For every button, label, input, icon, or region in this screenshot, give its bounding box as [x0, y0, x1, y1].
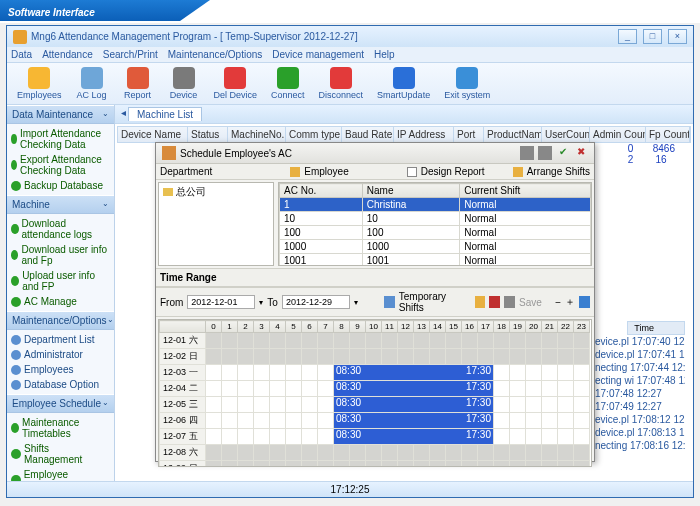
ok-icon[interactable]: ✔ [556, 146, 570, 160]
side-item[interactable]: Employees [10, 362, 111, 377]
col-header[interactable]: Status [188, 127, 228, 142]
col-header[interactable]: Baud Rate [342, 127, 394, 142]
col-header[interactable]: IP Address [394, 127, 454, 142]
side-item[interactable]: Export Attendance Checking Data [10, 152, 111, 178]
toolbar-ac-log[interactable]: AC Log [72, 66, 112, 101]
print-icon[interactable] [520, 146, 534, 160]
emp-row[interactable]: 1ChristinaNormal [280, 198, 591, 212]
col-header[interactable]: Port [454, 127, 484, 142]
app-icon [13, 30, 27, 44]
log-entry: 17:07:48 12:27 [595, 387, 685, 400]
remove-icon[interactable] [489, 296, 500, 308]
gantt-row[interactable]: 12-03 一08:3017:30 [160, 365, 590, 381]
toolbar-connect[interactable]: Connect [267, 66, 309, 101]
save-label: Save [519, 297, 542, 308]
zoom-in-icon[interactable]: ＋ [565, 295, 575, 309]
menu-data[interactable]: Data [11, 49, 32, 60]
menu-help[interactable]: Help [374, 49, 395, 60]
col-header[interactable]: Comm type [286, 127, 342, 142]
emp-row[interactable]: 100100Normal [280, 226, 591, 240]
toolbar-device[interactable]: Device [164, 66, 204, 101]
minimize-button[interactable]: _ [618, 29, 637, 44]
log-entry: necting 17:07:44 12:27 [595, 361, 685, 374]
arrange-icon [513, 167, 523, 177]
side-item[interactable]: Database Option [10, 377, 111, 392]
col-header[interactable]: ProductName [484, 127, 542, 142]
emp-row[interactable]: 10011001Normal [280, 254, 591, 267]
panel-p1[interactable]: Data Maintenance⌄ [7, 105, 114, 124]
panel-p2[interactable]: Machine⌄ [7, 195, 114, 214]
panel-p4[interactable]: Employee Schedule⌄ [7, 394, 114, 413]
col-header[interactable]: MachineNo. [228, 127, 286, 142]
col-header[interactable]: Fp Count [646, 127, 690, 142]
to-date-input[interactable] [282, 295, 350, 309]
arrange-shifts-label[interactable]: Arrange Shifts [527, 166, 590, 177]
side-item[interactable]: Shifts Management [10, 441, 111, 467]
toolbar: EmployeesAC LogReportDeviceDel DeviceCon… [7, 63, 693, 105]
gantt-row[interactable]: 12-07 五08:3017:30 [160, 429, 590, 445]
gantt-row[interactable]: 12-04 二08:3017:30 [160, 381, 590, 397]
side-item[interactable]: Administrator [10, 347, 111, 362]
save-icon[interactable] [504, 296, 515, 308]
gantt-row[interactable]: 12-09 日 [160, 461, 590, 468]
arrow-left-icon[interactable]: ◂ [121, 107, 126, 121]
tab-machine-list[interactable]: Machine List [128, 107, 202, 121]
person-icon[interactable] [475, 296, 486, 308]
menu-searchprint[interactable]: Search/Print [103, 49, 158, 60]
status-bar: 17:12:25 [7, 481, 693, 497]
window-titlebar: Mng6 Attendance Management Program - [ T… [7, 26, 693, 47]
col-header[interactable]: UserCount [542, 127, 590, 142]
emp-col[interactable]: Name [362, 184, 459, 198]
toolbar-exit-system[interactable]: Exit system [440, 66, 494, 101]
employee-table[interactable]: AC No.NameCurrent Shift1ChristinaNormal1… [278, 182, 592, 266]
emp-row[interactable]: 10001000Normal [280, 240, 591, 254]
department-tree[interactable]: 总公司 [158, 182, 274, 266]
menu-maintenanceoptions[interactable]: Maintenance/Options [168, 49, 263, 60]
temp-icon [384, 296, 395, 308]
window-title: Mng6 Attendance Management Program - [ T… [31, 31, 358, 42]
design-report-checkbox[interactable] [407, 167, 417, 177]
close-button[interactable]: × [668, 29, 687, 44]
emp-row[interactable]: 1010Normal [280, 212, 591, 226]
toolbar-del-device[interactable]: Del Device [210, 66, 262, 101]
design-report-label: Design Report [421, 166, 485, 177]
log-entry: device.pl 17:07:41 12:27 [595, 348, 685, 361]
toolbar-smartupdate[interactable]: SmartUpdate [373, 66, 434, 101]
side-item[interactable]: Backup Database [10, 178, 111, 193]
side-item[interactable]: Department List [10, 332, 111, 347]
gantt-row[interactable]: 12-06 四08:3017:30 [160, 413, 590, 429]
employee-icon [290, 167, 300, 177]
panel-p3[interactable]: Maintenance/Options⌄ [7, 311, 114, 330]
toolbar-report[interactable]: Report [118, 66, 158, 101]
side-item[interactable]: Download user info and Fp [10, 242, 111, 268]
menu-attendance[interactable]: Attendance [42, 49, 93, 60]
emp-col[interactable]: Current Shift [460, 184, 591, 198]
banner-title: Software Interface [8, 7, 95, 18]
log-entry: device.pl 17:08:13 12:27 [595, 426, 685, 439]
log-entry: 17:07:49 12:27 [595, 400, 685, 413]
gantt-row[interactable]: 12-08 六 [160, 445, 590, 461]
gantt-row[interactable]: 12-02 日 [160, 349, 590, 365]
side-item[interactable]: Upload user info and FP [10, 268, 111, 294]
side-item[interactable]: Import Attendance Checking Data [10, 126, 111, 152]
toolbar-disconnect[interactable]: Disconnect [315, 66, 368, 101]
col-header[interactable]: Admin Count [590, 127, 646, 142]
from-label: From [160, 297, 183, 308]
maximize-button[interactable]: □ [643, 29, 662, 44]
print2-icon[interactable] [538, 146, 552, 160]
from-date-input[interactable] [187, 295, 255, 309]
col-header[interactable]: Device Name [118, 127, 188, 142]
gantt-chart[interactable]: 0123456789101112131415161718192021222312… [158, 319, 592, 467]
menu-devicemanagement[interactable]: Device management [272, 49, 364, 60]
cancel-icon[interactable]: ✖ [574, 146, 588, 160]
toolbar-employees[interactable]: Employees [13, 66, 66, 101]
help-icon[interactable] [579, 296, 590, 308]
zoom-out-icon[interactable]: − [555, 297, 561, 308]
gantt-row[interactable]: 12-05 三08:3017:30 [160, 397, 590, 413]
emp-col[interactable]: AC No. [280, 184, 363, 198]
temporary-shifts-button[interactable]: Temporary Shifts [399, 291, 467, 313]
side-item[interactable]: AC Manage [10, 294, 111, 309]
side-item[interactable]: Maintenance Timetables [10, 415, 111, 441]
gantt-row[interactable]: 12-01 六 [160, 333, 590, 349]
side-item[interactable]: Download attendance logs [10, 216, 111, 242]
